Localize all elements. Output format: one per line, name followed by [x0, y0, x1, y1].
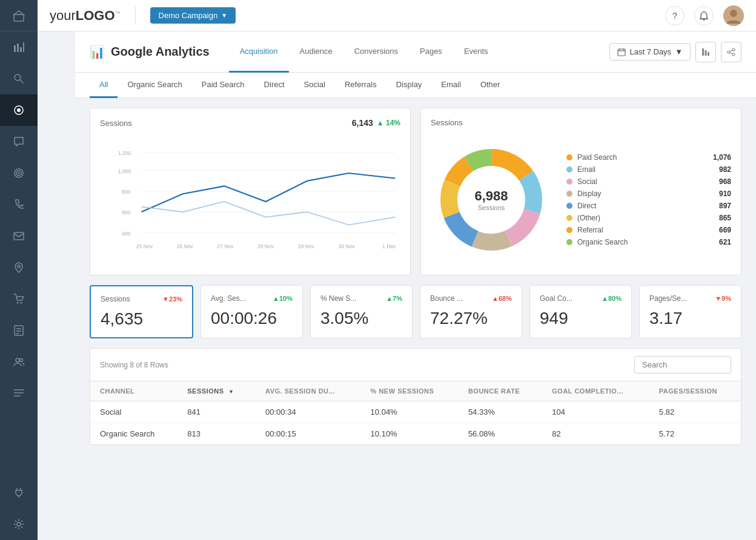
metric-card-bounce[interactable]: Bounce ... ▲68% 72.27%: [420, 285, 522, 338]
metric-card-avg-session[interactable]: Avg. Ses... ▲10% 00:00:26: [201, 285, 303, 338]
svg-point-20: [20, 359, 23, 362]
line-chart-trend: ▲ 14%: [377, 119, 400, 127]
help-button[interactable]: ?: [665, 6, 685, 25]
analytics-icon[interactable]: [0, 31, 38, 63]
line-chart-svg-container: 1,200 1,000 800 600 400: [100, 135, 400, 256]
cell-sessions-social: 841: [177, 401, 256, 423]
cell-avg-dur-social: 00:00:34: [256, 401, 361, 423]
dropdown-arrow-icon: ▼: [221, 12, 227, 19]
svg-rect-3: [20, 47, 22, 52]
tab-acquisition[interactable]: Acquisition: [229, 31, 289, 73]
sub-tab-email[interactable]: Email: [431, 73, 471, 98]
chat-icon[interactable]: [0, 126, 38, 157]
svg-point-19: [16, 358, 19, 362]
sub-tab-other[interactable]: Other: [471, 73, 510, 98]
svg-text:26 Nov: 26 Nov: [177, 243, 194, 249]
tab-events[interactable]: Events: [453, 31, 499, 73]
charts-row: Sessions 6,143 ▲ 14% 1,200 1,000 800 600…: [90, 108, 741, 275]
share-button[interactable]: [721, 42, 741, 62]
svg-text:600: 600: [122, 209, 131, 216]
location-icon[interactable]: [0, 252, 38, 283]
sessions-line-chart-card: Sessions 6,143 ▲ 14% 1,200 1,000 800 600…: [90, 108, 411, 275]
svg-point-12: [18, 265, 20, 268]
reports-icon[interactable]: [0, 315, 38, 346]
cell-new-sessions-organic: 10.10%: [361, 423, 459, 445]
tab-conversions[interactable]: Conversions: [343, 31, 409, 73]
cell-channel-social: Social: [90, 401, 177, 423]
donut-center: 6,988 Sessions: [474, 188, 508, 211]
cart-icon[interactable]: [0, 283, 38, 315]
metric-value-pages: 3.17: [649, 309, 731, 328]
users-icon[interactable]: [0, 346, 38, 378]
legend-dot-display: [566, 191, 572, 197]
metric-value-new-sessions: 3.05%: [320, 309, 402, 328]
avatar[interactable]: [723, 5, 744, 26]
metric-card-sessions[interactable]: Sessions ▼23% 4,635: [90, 285, 193, 338]
table-header-row: CHANNEL SESSIONS ▼ AVG. SESSION DU... % …: [90, 381, 741, 401]
sub-tab-all[interactable]: All: [90, 73, 118, 98]
data-table-section: Showing 8 of 8 Rows CHANNEL SESSIONS ▼ A…: [90, 348, 741, 445]
col-avg-session: AVG. SESSION DU...: [256, 381, 361, 401]
demo-campaign-button[interactable]: Demo Campaign ▼: [150, 7, 236, 24]
metric-card-goal[interactable]: Goal Co... ▲80% 949: [529, 285, 632, 338]
phone-icon[interactable]: [0, 189, 38, 220]
metric-value-bounce: 72.27%: [430, 309, 512, 328]
col-new-sessions: % NEW SESSIONS: [361, 381, 459, 401]
legend-referral: Referral 669: [566, 224, 731, 236]
legend-dot-organic-search: [566, 239, 572, 245]
svg-text:28 Nov: 28 Nov: [257, 243, 274, 249]
metric-trend-pages: ▼9%: [715, 295, 731, 302]
svg-line-38: [730, 50, 732, 51]
metric-name-bounce: Bounce ...: [430, 294, 463, 303]
data-table: CHANNEL SESSIONS ▼ AVG. SESSION DU... % …: [90, 381, 741, 444]
svg-text:800: 800: [122, 189, 131, 195]
col-goal: GOAL COMPLETIO...: [542, 381, 649, 401]
target-icon[interactable]: [0, 157, 38, 189]
settings-icon[interactable]: [0, 509, 38, 540]
tab-pages[interactable]: Pages: [409, 31, 453, 73]
notifications-button[interactable]: [694, 6, 714, 25]
chart-view-button[interactable]: [695, 42, 716, 62]
tab-audience[interactable]: Audience: [289, 31, 343, 73]
sub-tab-direct[interactable]: Direct: [254, 73, 294, 98]
sub-tab-referrals[interactable]: Referrals: [335, 73, 386, 98]
sidebar: [0, 0, 38, 540]
cell-pages-social: 5.82: [649, 401, 741, 423]
svg-point-13: [17, 302, 19, 304]
sub-tab-organic-search[interactable]: Organic Search: [118, 73, 191, 98]
legend-dot-referral: [566, 227, 572, 233]
donut-chart-title: Sessions: [431, 118, 463, 127]
home-icon[interactable]: [0, 0, 38, 31]
main-content: 📊 Google Analytics Acquisition Audience …: [75, 31, 756, 540]
sub-tab-paid-search[interactable]: Paid Search: [192, 73, 254, 98]
date-range-button[interactable]: Last 7 Days ▼: [609, 43, 691, 61]
email-sidebar-icon[interactable]: [0, 220, 38, 252]
cell-avg-dur-organic: 00:00:15: [256, 423, 361, 445]
cell-pages-organic: 5.72: [649, 423, 741, 445]
logo-divider: [135, 7, 136, 25]
plug-icon[interactable]: [0, 477, 38, 509]
logo-area: yourLOGO™ Demo Campaign ▼: [50, 7, 236, 25]
svg-text:1 Dec: 1 Dec: [382, 243, 396, 249]
search-sidebar-icon[interactable]: [0, 63, 38, 94]
metric-trend-sessions: ▼23%: [162, 295, 182, 303]
date-dropdown-icon: ▼: [675, 47, 683, 56]
table-search-input[interactable]: [634, 356, 731, 374]
metric-card-pages[interactable]: Pages/Se... ▼9% 3.17: [639, 285, 741, 338]
svg-text:30 Nov: 30 Nov: [338, 243, 355, 249]
activity-icon[interactable]: [0, 94, 38, 126]
svg-text:27 Nov: 27 Nov: [217, 243, 234, 249]
metric-card-new-sessions[interactable]: % New S... ▲7% 3.05%: [310, 285, 413, 338]
metrics-row: Sessions ▼23% 4,635 Avg. Ses... ▲10% 00:…: [90, 285, 741, 338]
list-icon[interactable]: [0, 378, 38, 409]
logo-text: yourLOGO™: [50, 8, 121, 24]
sub-tab-social[interactable]: Social: [294, 73, 335, 98]
col-sessions[interactable]: SESSIONS ▼: [177, 381, 256, 401]
svg-rect-32: [702, 48, 704, 56]
sub-tab-display[interactable]: Display: [386, 73, 432, 98]
col-channel: CHANNEL: [90, 381, 177, 401]
svg-text:1,000: 1,000: [118, 168, 131, 174]
metric-trend-new-sessions: ▲7%: [386, 295, 402, 302]
svg-point-7: [17, 108, 21, 112]
donut-svg-wrap: 6,988 Sessions: [431, 139, 552, 260]
